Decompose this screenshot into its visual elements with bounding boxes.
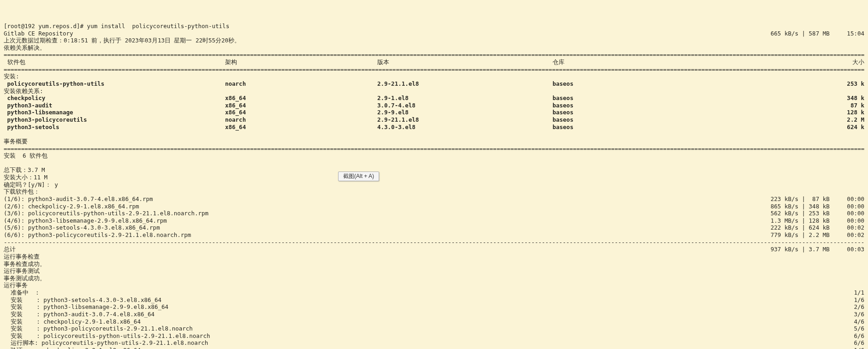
screenshot-tooltip: 截图(Alt + A): [338, 172, 379, 181]
install-label: 安装:: [4, 73, 19, 80]
summary-label: 事务概要: [4, 138, 28, 145]
download-row: (4/6): python3-libsemanage-2.9-9.el8.x86…: [4, 217, 864, 225]
download-row: (6/6): python3-policycoreutils-2.9-21.1.…: [4, 231, 864, 239]
confirm-prompt: 确定吗？[y/N]： y: [4, 181, 58, 188]
download-row: (3/6): policycoreutils-python-utils-2.9-…: [4, 210, 864, 217]
step-row: 安装 : checkpolicy-2.9-1.el8.x86_644/6: [4, 318, 864, 325]
transaction-line: 事务测试成功。: [4, 275, 864, 282]
step-row: 验证 : checkpolicy-2.9-1.el8.x86_641/6: [4, 347, 864, 349]
step-row: 安装 : python3-setools-4.3.0-3.el8.x86_641…: [4, 296, 864, 304]
divider: ========================================…: [4, 51, 864, 59]
divider: ========================================…: [4, 66, 864, 73]
package-row: python3-auditx86_643.0.7-4.el8baseos87 k: [4, 102, 864, 109]
package-row: python3-policycoreutilsnoarch2.9-21.1.el…: [4, 116, 864, 124]
package-row: policycoreutils-python-utilsnoarch2.9-21…: [4, 80, 864, 88]
downloading-label: 下载软件包：: [4, 188, 40, 195]
package-row: python3-setoolsx86_644.3.0-3.el8baseos62…: [4, 124, 864, 131]
total-row: 总计937 kB/s | 3.7 MB 00:03: [4, 246, 864, 253]
step-row: 准备中 :1/1: [4, 289, 864, 296]
metadata-check: 上次元数据过期检查：0:18:51 前，执行于 2023年03月13日 星期一 …: [4, 37, 240, 44]
step-row: 运行脚本: policycoreutils-python-utils-2.9-2…: [4, 339, 864, 347]
total-download: 总下载：3.7 M: [4, 166, 45, 173]
col-size: 大小: [700, 59, 864, 66]
transaction-line: 运行事务测试: [4, 267, 864, 275]
repo-name: Gitlab CE Repository: [4, 30, 771, 37]
step-row: 安装 : python3-policycoreutils-2.9-21.1.el…: [4, 325, 864, 332]
package-row: checkpolicyx86_642.9-1.el8baseos348 k: [4, 95, 864, 102]
divider: ========================================…: [4, 145, 864, 153]
step-row: 安装 : policycoreutils-python-utils-2.9-21…: [4, 332, 864, 340]
download-row: (2/6): checkpolicy-2.9-1.el8.x86_64.rpm8…: [4, 203, 864, 210]
transaction-line: 事务检查成功。: [4, 260, 864, 268]
table-header: 软件包架构版本仓库大小: [4, 59, 864, 66]
transaction-line: 运行事务: [4, 282, 864, 289]
download-row: (5/6): python3-setools-4.3.0-3.el8.x86_6…: [4, 224, 864, 231]
transaction-line: 运行事务检查: [4, 253, 864, 260]
install-count: 安装 6 软件包: [4, 152, 48, 159]
download-row: (1/6): python3-audit-3.0.7-4.el8.x86_64.…: [4, 195, 864, 203]
dep-install-label: 安装依赖关系:: [4, 88, 43, 95]
repo-stats: 665 kB/s | 587 MB 15:04: [771, 30, 864, 37]
col-arch: 架构: [225, 59, 377, 66]
col-repo: 仓库: [553, 59, 700, 66]
package-row: python3-libsemanagex86_642.9-9.el8baseos…: [4, 109, 864, 116]
divider: ----------------------------------------…: [4, 239, 864, 246]
terminal-output[interactable]: [root@192 yum.repos.d]# yum install poli…: [4, 23, 864, 349]
step-row: 安装 : python3-libsemanage-2.9-9.el8.x86_6…: [4, 303, 864, 311]
command-line: [root@192 yum.repos.d]# yum install poli…: [4, 23, 229, 30]
step-row: 安装 : python3-audit-3.0.7-4.el8.x86_643/6: [4, 311, 864, 318]
col-ver: 版本: [377, 59, 553, 66]
install-size: 安装大小：11 M: [4, 174, 48, 181]
dep-resolved: 依赖关系解决。: [4, 44, 46, 51]
col-pkg: 软件包: [4, 59, 225, 66]
